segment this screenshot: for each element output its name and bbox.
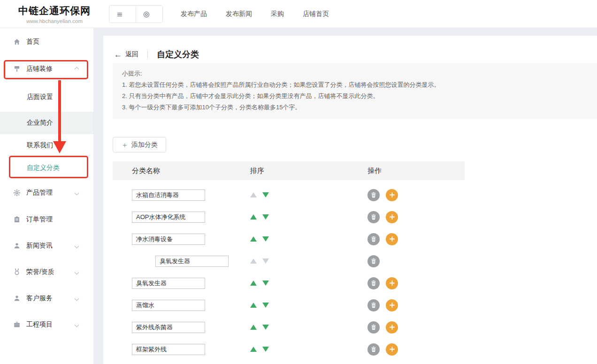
chevron-down-icon [75,322,79,327]
category-name-input[interactable] [132,300,205,311]
sort-cell [250,258,367,264]
add-subcategory-button[interactable] [386,233,398,245]
chevron-up-icon [75,67,79,71]
plus-icon [389,346,395,352]
plus-icon [389,192,395,198]
move-down-button[interactable] [262,347,269,352]
content-card: ← 返回 自定义分类 小提示: 1. 若您未设置任何分类，店铺将会按照产品所属行… [103,36,597,364]
move-down-button [262,258,269,264]
move-down-button[interactable] [262,214,269,220]
move-down-button[interactable] [262,325,269,330]
table-row [113,338,465,360]
category-name-input[interactable] [132,190,205,201]
sidebar-item-customer-service[interactable]: 客户服务 [0,285,93,311]
service-icon [143,10,150,18]
category-name-input[interactable] [132,344,205,355]
clipboard-icon [13,216,21,223]
category-name-input[interactable] [132,234,205,245]
plus-icon [389,302,395,308]
chevron-down-icon [75,296,79,301]
actions-cell [367,211,465,223]
sidebar-item-label: 产品管理 [26,189,53,197]
move-down-button[interactable] [262,236,269,242]
move-down-button[interactable] [262,192,269,197]
sidebar-item-product-management[interactable]: 产品管理 [0,179,93,206]
plus-icon [389,324,395,330]
add-subcategory-button[interactable] [386,321,398,334]
move-up-button[interactable] [250,236,257,242]
list-icon [116,10,123,18]
actions-cell [367,233,465,245]
category-name-cell [113,344,250,355]
add-subcategory-button[interactable] [386,189,398,201]
move-up-button[interactable] [250,281,257,286]
actions-cell [367,277,465,289]
table-row [113,272,465,294]
sidebar-item-home[interactable]: 首页 [0,28,93,55]
sort-cell [250,192,367,197]
add-category-button[interactable]: ＋ 添加分类 [113,137,166,152]
sidebar-item-honors[interactable]: 荣誉/资质 [0,259,93,285]
medal-icon [13,268,21,276]
sidebar-item-company-profile[interactable]: 企业简介 [0,112,93,134]
add-subcategory-button[interactable] [386,299,398,311]
delete-category-button[interactable] [367,189,380,201]
list-menu-button[interactable] [109,6,136,23]
table-header-col-3: 操作 [367,167,465,175]
delete-category-button[interactable] [367,299,380,311]
chevron-down-icon [75,190,79,195]
sidebar-item-order-management[interactable]: 订单管理 [0,206,93,233]
delete-category-button[interactable] [367,211,380,223]
site-logo[interactable]: 中链企通环保网 www.hbchanyelian.com [14,4,95,24]
actions-cell [367,321,465,334]
table-header-col-2: 排序 [250,167,367,175]
category-name-input[interactable] [132,278,205,289]
table-row-child [113,250,465,272]
sidebar-item-news[interactable]: 新闻资讯 [0,233,93,259]
move-up-button[interactable] [250,303,257,308]
add-subcategory-button[interactable] [386,277,398,289]
sidebar-item-projects[interactable]: 工程项目 [0,311,93,338]
add-subcategory-button[interactable] [386,343,398,356]
sort-cell [250,236,367,242]
category-name-input[interactable] [132,212,205,223]
move-down-button[interactable] [262,281,269,286]
move-up-button[interactable] [250,347,257,352]
move-down-button[interactable] [262,303,269,308]
nav-shop-home[interactable]: 店铺首页 [303,10,329,18]
table-header-row: 分类名称排序操作 [113,161,465,180]
trash-icon [371,236,376,242]
sidebar-item-custom-category[interactable]: 自定义分类 [0,157,93,179]
sidebar-item-label: 荣誉/资质 [26,268,54,276]
move-up-button[interactable] [250,325,257,330]
nav-purchase[interactable]: 采购 [271,10,284,18]
table-row [113,316,465,338]
nav-publish-product[interactable]: 发布产品 [181,10,207,18]
delete-category-button[interactable] [367,321,380,334]
back-button[interactable]: ← 返回 [114,50,138,59]
sidebar-item-contact-us[interactable]: 联系我们 [0,134,93,157]
actions-cell [367,189,465,201]
sidebar-item-shop-settings[interactable]: 店面设置 [0,83,93,112]
delete-category-button[interactable] [367,277,380,289]
brush-icon [13,65,21,73]
sidebar-item-shop-decoration[interactable]: 店铺装修 [0,55,93,83]
plus-icon [389,214,395,220]
sort-cell [250,325,367,330]
category-name-input[interactable] [132,322,205,333]
plus-icon [389,280,395,286]
tips-box: 小提示: 1. 若您未设置任何分类，店铺将会按照产品所属行业自动分类；如果您设置… [113,63,597,119]
nav-publish-news[interactable]: 发布新闻 [226,10,252,18]
top-header: 中链企通环保网 www.hbchanyelian.com 发布产品发布新闻采购店… [0,0,597,28]
delete-category-button[interactable] [367,233,380,245]
trash-icon [371,346,376,352]
chevron-down-icon [75,243,79,248]
service-button[interactable] [136,6,162,23]
delete-category-button[interactable] [367,255,380,267]
delete-category-button[interactable] [367,343,380,356]
add-subcategory-button[interactable] [386,211,398,223]
category-name-input[interactable] [155,256,229,267]
category-table: 分类名称排序操作 [113,161,465,360]
page-title: 自定义分类 [157,49,199,60]
move-up-button[interactable] [250,214,257,220]
